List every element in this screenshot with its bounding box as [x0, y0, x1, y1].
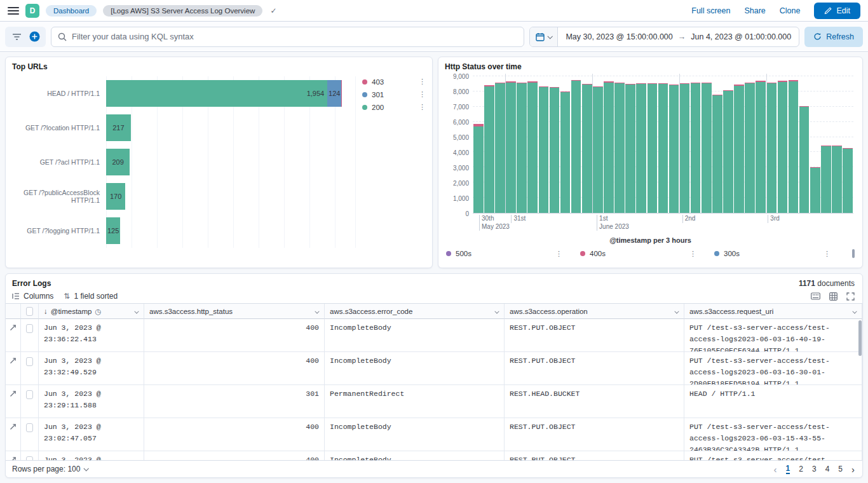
full-screen-button[interactable]: Full screen	[691, 6, 730, 15]
chevron-down-icon[interactable]	[315, 309, 319, 313]
histogram-bar[interactable]	[712, 95, 722, 213]
chevron-down-icon[interactable]	[134, 309, 139, 313]
bar-segment-200[interactable]: 125	[106, 217, 120, 244]
page-3[interactable]: 3	[812, 465, 817, 473]
column-header[interactable]: aws.s3access.http_status	[144, 304, 325, 319]
legend-actions-icon[interactable]: ⋮	[419, 90, 426, 99]
add-filter-icon[interactable]	[25, 28, 43, 46]
histogram-bar[interactable]	[527, 81, 538, 213]
table-scrollbar[interactable]	[858, 320, 862, 356]
histogram-bar[interactable]	[658, 83, 668, 213]
columns-button[interactable]: Columns	[12, 292, 53, 301]
page-4[interactable]: 4	[825, 465, 830, 473]
legend-actions-icon[interactable]: ⋮	[555, 250, 562, 258]
histogram-bar[interactable]	[614, 83, 625, 213]
histogram-bar[interactable]	[767, 83, 777, 213]
histogram-bar[interactable]	[571, 80, 581, 213]
bar-segment-200[interactable]: 1,954	[106, 80, 327, 107]
legend-actions-icon[interactable]: ⋮	[419, 78, 426, 86]
row-checkbox[interactable]	[26, 324, 33, 333]
refresh-button[interactable]: Refresh	[804, 27, 863, 47]
row-checkbox[interactable]	[26, 456, 33, 460]
histogram-bar[interactable]	[473, 124, 484, 213]
expand-document-icon[interactable]	[10, 324, 17, 348]
legend-item-301[interactable]: 301⋮	[362, 90, 426, 99]
breadcrumb-dashboard[interactable]: Dashboard	[46, 5, 97, 17]
bar-segment-301[interactable]: 124	[327, 80, 341, 107]
histogram-bar[interactable]	[756, 81, 766, 213]
date-from[interactable]: May 30, 2023 @ 15:00:00.000	[566, 32, 672, 41]
legend-item-500s[interactable]: 500s⋮	[446, 250, 580, 258]
column-header[interactable]: aws.s3access.request_uri	[684, 304, 862, 319]
histogram-bar[interactable]	[495, 83, 505, 213]
kql-input[interactable]	[72, 32, 517, 41]
histogram-bar[interactable]	[506, 81, 516, 213]
column-header[interactable]: aws.s3access.operation	[505, 304, 684, 319]
legend-actions-icon[interactable]: ⋮	[824, 250, 831, 258]
select-all-checkbox[interactable]	[21, 304, 39, 319]
date-to[interactable]: Jun 4, 2023 @ 01:00:00.000	[691, 32, 791, 41]
sort-fields-button[interactable]: ⇅ 1 field sorted	[64, 292, 118, 301]
chevron-down-icon[interactable]	[852, 309, 857, 313]
bar-segment-200[interactable]: 217	[106, 114, 131, 141]
histogram-bar[interactable]	[821, 146, 831, 213]
histogram-bar[interactable]	[680, 83, 690, 213]
histogram-bar[interactable]	[517, 83, 527, 213]
legend-actions-icon[interactable]: ⋮	[419, 103, 426, 111]
kql-search-box[interactable]	[51, 27, 524, 47]
chevron-down-icon[interactable]	[674, 309, 679, 313]
histogram-bar[interactable]	[832, 146, 842, 213]
legend-item-300s[interactable]: 300s⋮	[714, 250, 848, 258]
page-5[interactable]: 5	[838, 465, 843, 473]
bar-segment-200[interactable]: 170	[106, 183, 125, 210]
expand-document-icon[interactable]	[10, 423, 17, 447]
display-options-icon[interactable]	[811, 292, 820, 300]
clone-button[interactable]: Clone	[780, 6, 801, 15]
legend-actions-icon[interactable]: ⋮	[689, 250, 696, 258]
edit-button[interactable]: Edit	[814, 3, 860, 19]
row-checkbox[interactable]	[26, 423, 33, 432]
page-2[interactable]: 2	[799, 465, 803, 473]
legend-item-200[interactable]: 200⋮	[362, 103, 426, 111]
page-1[interactable]: 1	[786, 464, 790, 474]
column-header[interactable]: aws.s3access.error_code	[325, 304, 505, 319]
histogram-bar[interactable]	[593, 86, 603, 213]
histogram-bar[interactable]	[669, 85, 679, 213]
histogram-bar[interactable]	[636, 83, 646, 213]
legend-item-400s[interactable]: 400s⋮	[580, 250, 714, 258]
histogram-bar[interactable]	[648, 83, 658, 213]
filter-icon[interactable]	[8, 28, 25, 46]
expand-document-icon[interactable]	[10, 357, 17, 381]
histogram-bar[interactable]	[789, 80, 799, 213]
bar-segment-403[interactable]	[341, 80, 342, 107]
histogram-bar[interactable]	[810, 167, 820, 213]
grid-density-icon[interactable]	[829, 292, 837, 301]
expand-document-icon[interactable]	[10, 456, 17, 460]
space-avatar[interactable]: D	[25, 4, 39, 18]
rows-per-page-selector[interactable]: Rows per page: 100	[12, 465, 88, 473]
legend-scrollbar[interactable]	[852, 249, 855, 258]
bar-segment-200[interactable]: 209	[106, 149, 130, 175]
column-header-timestamp[interactable]: ↓@timestamp◷	[39, 304, 144, 319]
share-button[interactable]: Share	[744, 6, 765, 15]
chevron-down-icon[interactable]	[494, 309, 499, 313]
histogram-bar[interactable]	[734, 85, 744, 213]
histogram-bar[interactable]	[625, 84, 635, 213]
menu-icon[interactable]	[8, 7, 19, 15]
histogram-bar[interactable]	[539, 86, 549, 213]
histogram-bar[interactable]	[550, 87, 560, 213]
histogram-bar[interactable]	[843, 148, 853, 213]
fullscreen-icon[interactable]	[846, 292, 855, 301]
histogram-bar[interactable]	[484, 85, 494, 213]
legend-item-403[interactable]: 403⋮	[362, 78, 426, 86]
histogram-bar[interactable]	[702, 83, 712, 213]
histogram-bar[interactable]	[778, 81, 788, 213]
calendar-menu-button[interactable]	[530, 27, 558, 46]
histogram-bar[interactable]	[745, 83, 755, 213]
histogram-bar[interactable]	[723, 90, 733, 214]
histogram-bar[interactable]	[582, 84, 592, 213]
row-checkbox[interactable]	[26, 390, 33, 399]
histogram-bar[interactable]	[604, 81, 614, 213]
row-checkbox[interactable]	[26, 357, 33, 366]
expand-document-icon[interactable]	[10, 390, 17, 414]
